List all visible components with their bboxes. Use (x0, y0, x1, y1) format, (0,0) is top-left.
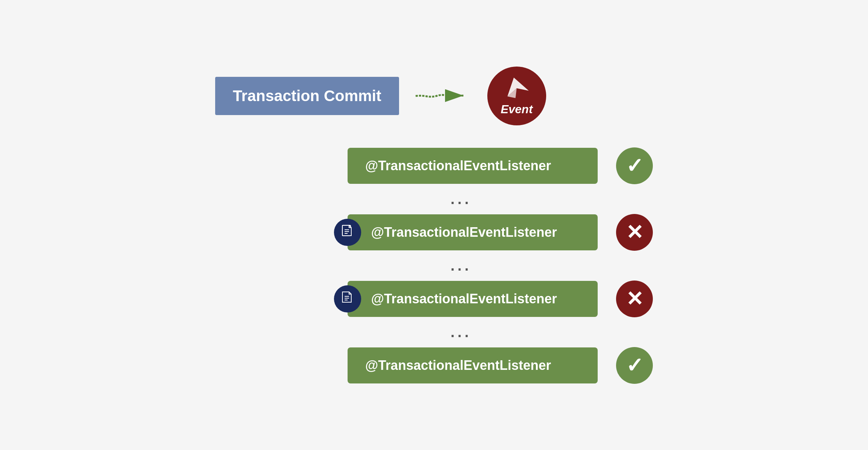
listener-bar-4: @TransactionalEventListener (348, 347, 598, 383)
status-success-1: ✓ (616, 147, 653, 184)
listener-label-4: @TransactionalEventListener (365, 358, 551, 373)
xmark-icon-2: ✕ (626, 220, 643, 244)
listener-bar-2: @TransactionalEventListener (348, 214, 598, 250)
xmark-icon-3: ✕ (626, 287, 643, 311)
transaction-commit-box: Transaction Commit (215, 77, 399, 115)
dots-1: ... (451, 191, 472, 207)
checkmark-icon-4: ✓ (626, 353, 643, 377)
event-label: Event (501, 103, 533, 116)
listener-row-2: @TransactionalEventListener ✕ (348, 214, 653, 251)
listener-label-2: @TransactionalEventListener (371, 225, 557, 240)
arrow-container (414, 85, 473, 107)
dots-3: ... (451, 324, 472, 340)
listener-label-3: @TransactionalEventListener (371, 291, 557, 307)
listener-label-1: @TransactionalEventListener (365, 158, 551, 174)
status-success-4: ✓ (616, 347, 653, 384)
checkmark-icon-1: ✓ (626, 154, 643, 178)
doc-icon-3 (334, 285, 361, 312)
listeners-section: @TransactionalEventListener ✓ ... (348, 147, 653, 384)
status-error-2: ✕ (616, 214, 653, 251)
listener-row-4: @TransactionalEventListener ✓ (348, 347, 653, 384)
listener-row-1: @TransactionalEventListener ✓ (348, 147, 653, 184)
dots-2: ... (451, 257, 472, 274)
listener-bar-1: @TransactionalEventListener (348, 148, 598, 184)
status-error-3: ✕ (616, 281, 653, 317)
paper-plane-icon (501, 72, 533, 105)
doc-icon-2 (334, 219, 361, 246)
top-row: Transaction Commit Event (215, 67, 546, 125)
diagram-container: Transaction Commit Event (215, 67, 653, 384)
listener-row-3: @TransactionalEventListener ✕ (348, 281, 653, 317)
event-circle: Event (487, 67, 546, 125)
arrow-icon (414, 85, 473, 107)
listener-bar-3: @TransactionalEventListener (348, 281, 598, 317)
